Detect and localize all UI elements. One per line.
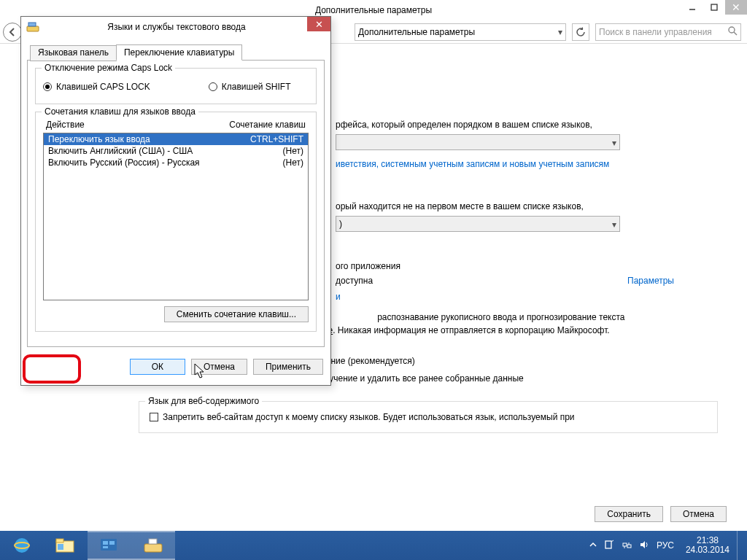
outer-window-title: Дополнительные параметры [315,5,432,15]
svg-rect-22 [627,545,631,548]
search-input[interactable]: Поиск в панели управления [595,23,741,41]
avail-text: доступна [336,276,373,286]
svg-rect-6 [27,26,39,31]
tray-date: 24.03.2014 [686,545,729,555]
capslock-group: Отключение режима Caps Lock Клавишей CAP… [35,68,317,104]
keyboard-language-icon [26,20,40,34]
hotkey-cell: (Нет) [283,146,303,156]
svg-rect-1 [711,4,717,10]
override-combo-value: ) [339,219,342,229]
override-lang-text: орый находится не на первом месте в ваше… [336,201,718,211]
block-websites-checkbox[interactable] [150,413,158,421]
tab-language-bar[interactable]: Языковая панель [30,45,117,61]
dialog-close-button[interactable]: ✕ [307,17,330,31]
action-cell: Включить Русский (Россия) - Русская [48,158,283,168]
tray-volume-icon[interactable] [639,540,649,552]
dialog-titlebar: Языки и службы текстового ввода ✕ [21,17,330,37]
text-services-dialog: Языки и службы текстового ввода ✕ Языков… [20,16,331,386]
params-link[interactable]: Параметры [627,276,674,286]
change-hotkey-button[interactable]: Сменить сочетание клавиш... [164,306,309,322]
search-icon [728,26,738,38]
breadcrumb-field[interactable]: Дополнительные параметры ▾ [355,23,566,41]
window-maximize-button[interactable] [703,0,725,15]
app-section-text: ого приложения [336,261,718,271]
tray-action-center-icon[interactable] [604,540,614,552]
welcome-accounts-link[interactable]: иветствия, системным учетным записям и н… [336,159,609,169]
taskbar: РУС 21:38 24.03.2014 [0,531,747,560]
system-tray: РУС 21:38 24.03.2014 [589,531,747,560]
list-item[interactable]: Включить Русский (Россия) - Русская (Нет… [44,157,308,168]
hotkey-cell: CTRL+SHIFT [250,134,303,144]
taskbar-ie-icon[interactable] [0,531,44,560]
partial-link[interactable]: и [336,292,341,302]
ok-button[interactable]: ОК [130,359,185,375]
block-websites-label: Запретить веб-сайтам доступ к моему спис… [163,412,575,422]
svg-point-8 [15,538,29,553]
interface-lang-text: рфейса, который определен порядком в ваш… [336,120,718,130]
tab-pane: Отключение режима Caps Lock Клавишей CAP… [27,60,325,347]
taskbar-explorer-icon[interactable] [44,531,88,560]
back-button[interactable] [3,23,22,42]
svg-rect-7 [28,23,36,26]
svg-rect-11 [56,539,63,542]
dialog-cancel-button[interactable]: Отмена [191,359,247,375]
capslock-group-legend: Отключение режима Caps Lock [42,63,175,73]
window-close-button[interactable]: ✕ [725,0,747,15]
ok-highlight-annotation [23,354,81,384]
dialog-button-row: ОК Отмена Применить [27,359,325,376]
capslock-key-radio[interactable] [43,82,52,91]
list-item[interactable]: Переключить язык ввода CTRL+SHIFT [44,133,308,145]
save-button[interactable]: Сохранить [595,506,663,522]
action-cell: Переключить язык ввода [48,134,250,144]
hotkeys-listbox[interactable]: Переключить язык ввода CTRL+SHIFT Включи… [43,133,309,300]
web-lang-group-legend: Язык для веб-содержимого [145,396,262,406]
window-minimize-button[interactable] [681,0,703,15]
svg-point-4 [729,27,735,33]
taskbar-keyboard-icon[interactable] [131,531,175,560]
breadcrumb-text: Дополнительные параметры [358,27,475,37]
chevron-down-icon: ▾ [612,138,616,148]
tray-clock[interactable]: 21:38 24.03.2014 [686,536,729,555]
tray-network-icon[interactable] [622,540,632,552]
svg-rect-18 [149,539,157,544]
refresh-button[interactable] [572,23,589,41]
capslock-key-label: Клавишей CAPS LOCK [56,82,150,92]
hotkeys-group-legend: Сочетания клавиш для языков ввода [42,106,198,117]
list-item[interactable]: Включить Английский (США) - США (Нет) [44,145,308,157]
dialog-tabs: Языковая панель Переключение клавиатуры [30,44,325,61]
svg-rect-16 [103,546,108,548]
search-placeholder: Поиск в панели управления [599,27,712,37]
svg-line-5 [734,32,737,35]
col-action-header: Действие [46,120,229,130]
dialog-title: Языки и службы текстового ввода [44,22,330,32]
svg-rect-12 [58,544,63,550]
show-desktop-button[interactable] [737,531,743,560]
cancel-button[interactable]: Отмена [670,506,727,522]
col-hotkey-header: Сочетание клавиш [229,120,306,130]
chevron-down-icon[interactable]: ▾ [558,27,562,37]
svg-rect-21 [623,543,627,546]
svg-rect-19 [605,541,611,548]
svg-rect-17 [144,544,162,552]
tray-language-indicator[interactable]: РУС [657,540,674,551]
action-cell: Включить Английский (США) - США [48,146,283,156]
interface-lang-combo[interactable]: ▾ [336,134,620,150]
tab-keyboard-switching[interactable]: Переключение клавиатуры [116,44,242,61]
override-lang-combo[interactable]: ) ▾ [336,216,620,232]
shift-key-label: Клавишей SHIFT [222,82,291,92]
hotkeys-group: Сочетания клавиш для языков ввода Действ… [35,112,317,332]
hotkey-cell: (Нет) [283,158,303,168]
tray-chevron-up-icon[interactable] [589,540,597,551]
apply-button[interactable]: Применить [253,359,323,375]
taskbar-control-panel-icon[interactable] [88,531,131,560]
shift-key-radio[interactable] [209,82,217,91]
svg-rect-15 [109,541,115,545]
svg-rect-14 [103,541,108,545]
chevron-down-icon: ▾ [612,219,616,230]
